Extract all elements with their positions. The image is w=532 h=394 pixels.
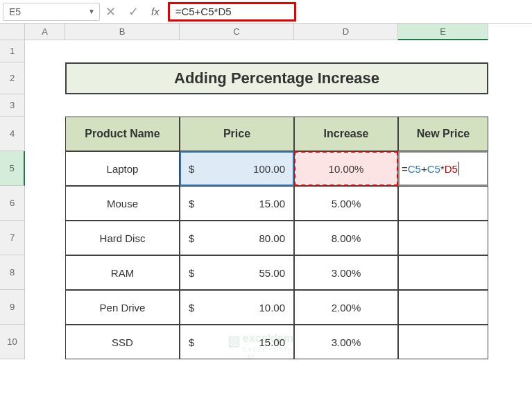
price-value: 15.00 (198, 336, 285, 348)
cell-price-9[interactable]: $ 10.00 (180, 290, 294, 325)
accept-icon[interactable]: ✓ (128, 4, 139, 19)
cell-increase-9[interactable]: 2.00% (294, 290, 398, 325)
formula-bar: E5 ▼ ✕ ✓ fx =C5+C5*D5 (0, 0, 532, 24)
cell-A10[interactable] (25, 325, 65, 359)
row-header-10[interactable]: 10 (0, 325, 25, 359)
cell-newprice-9[interactable] (398, 290, 488, 325)
cell-price-6[interactable]: $ 15.00 (180, 186, 294, 221)
row-header-3[interactable]: 3 (0, 94, 25, 117)
cell-increase-5[interactable]: 10.00% (294, 151, 398, 186)
cell-C3[interactable] (180, 94, 294, 117)
cell-product-6[interactable]: Mouse (65, 186, 180, 221)
cell-newprice-10[interactable] (398, 325, 488, 359)
cell-increase-10[interactable]: 3.00% (294, 325, 398, 359)
grid-body: Adding Percentage Increase Product Name … (25, 40, 488, 359)
currency-symbol: $ (189, 336, 194, 348)
cell-D3[interactable] (294, 94, 398, 117)
formula-input[interactable]: =C5+C5*D5 (168, 2, 296, 22)
price-value: 100.00 (198, 163, 285, 175)
grid-row-4: Product Name Price Increase New Price (25, 117, 488, 151)
grid-row-1 (25, 40, 488, 62)
cell-E1[interactable] (398, 40, 488, 62)
col-header-A[interactable]: A (25, 24, 65, 40)
cell-price-5[interactable]: $ 100.00 (180, 151, 294, 186)
cell-B3[interactable] (65, 94, 180, 117)
col-header-E[interactable]: E (398, 24, 488, 40)
cell-product-9[interactable]: Pen Drive (65, 290, 180, 325)
price-value: 55.00 (198, 267, 285, 279)
cell-A6[interactable] (25, 186, 65, 221)
title-text: Adding Percentage Increase (174, 69, 379, 87)
row-header-2[interactable]: 2 (0, 62, 25, 94)
table-row: Mouse $ 15.00 5.00% (25, 186, 488, 221)
cell-newprice-5[interactable]: =C5+C5*D5 (398, 151, 488, 186)
header-product[interactable]: Product Name (65, 117, 180, 151)
cell-A3[interactable] (25, 94, 65, 117)
formula-text: =C5+C5*D5 (175, 6, 232, 17)
col-header-C[interactable]: C (180, 24, 294, 40)
currency-symbol: $ (189, 302, 194, 314)
currency-symbol: $ (189, 198, 194, 209)
cell-product-5[interactable]: Laptop (65, 151, 180, 186)
cell-newprice-8[interactable] (398, 255, 488, 290)
formula-ref1: C5 (408, 163, 421, 175)
chevron-down-icon[interactable]: ▼ (88, 8, 95, 15)
cell-A8[interactable] (25, 255, 65, 290)
cell-price-10[interactable]: $ 15.00 ▧ exceldemy EXCEL · DATA · BI (180, 325, 294, 359)
column-headers: A B C D E (25, 24, 488, 40)
cell-increase-6[interactable]: 5.00% (294, 186, 398, 221)
cell-product-10[interactable]: SSD (65, 325, 180, 359)
text-cursor (458, 162, 459, 175)
select-all-corner[interactable] (0, 24, 25, 40)
cell-A4[interactable] (25, 117, 65, 151)
cell-price-8[interactable]: $ 55.00 (180, 255, 294, 290)
cell-A7[interactable] (25, 221, 65, 255)
name-box[interactable]: E5 ▼ (3, 3, 100, 21)
cell-increase-8[interactable]: 3.00% (294, 255, 398, 290)
cell-E3[interactable] (398, 94, 488, 117)
grid-row-3 (25, 94, 488, 117)
price-value: 15.00 (198, 198, 285, 209)
currency-symbol: $ (189, 232, 194, 244)
table-row: RAM $ 55.00 3.00% (25, 255, 488, 290)
table-row: Pen Drive $ 10.00 2.00% (25, 290, 488, 325)
price-value: 10.00 (198, 302, 285, 314)
row-header-5[interactable]: 5 (0, 151, 25, 186)
price-value: 80.00 (198, 232, 285, 244)
col-header-B[interactable]: B (65, 24, 180, 40)
cell-product-7[interactable]: Hard Disc (65, 221, 180, 255)
formula-eq: = (402, 163, 408, 175)
watermark-tag: EXCEL · DATA · BI (243, 346, 293, 359)
currency-symbol: $ (189, 267, 194, 279)
row-header-7[interactable]: 7 (0, 221, 25, 255)
cell-C1[interactable] (180, 40, 294, 62)
row-header-1[interactable]: 1 (0, 40, 25, 62)
cell-price-7[interactable]: $ 80.00 (180, 221, 294, 255)
cell-A2[interactable] (25, 62, 65, 94)
row-header-4[interactable]: 4 (0, 117, 25, 151)
fx-icon[interactable]: fx (151, 6, 160, 17)
row-headers: 1 2 3 4 5 6 7 8 9 10 (0, 40, 25, 359)
cell-increase-7[interactable]: 8.00% (294, 221, 398, 255)
cell-D1[interactable] (294, 40, 398, 62)
cell-product-8[interactable]: RAM (65, 255, 180, 290)
row-header-9[interactable]: 9 (0, 290, 25, 325)
cell-A1[interactable] (25, 40, 65, 62)
header-increase[interactable]: Increase (294, 117, 398, 151)
table-row: Laptop $ 100.00 10.00% =C5+C5*D5 (25, 151, 488, 186)
grid-row-2: Adding Percentage Increase (25, 62, 488, 94)
cell-newprice-7[interactable] (398, 221, 488, 255)
row-header-8[interactable]: 8 (0, 255, 25, 290)
currency-symbol: $ (189, 163, 194, 175)
title-cell[interactable]: Adding Percentage Increase (65, 62, 488, 94)
cell-newprice-6[interactable] (398, 186, 488, 221)
header-newprice[interactable]: New Price (398, 117, 488, 151)
cell-A9[interactable] (25, 290, 65, 325)
cell-A5[interactable] (25, 151, 65, 186)
header-price[interactable]: Price (180, 117, 294, 151)
row-header-6[interactable]: 6 (0, 186, 25, 221)
cancel-icon[interactable]: ✕ (105, 4, 116, 19)
col-header-D[interactable]: D (294, 24, 398, 40)
cell-B1[interactable] (65, 40, 180, 62)
formula-plus: + (421, 163, 427, 175)
